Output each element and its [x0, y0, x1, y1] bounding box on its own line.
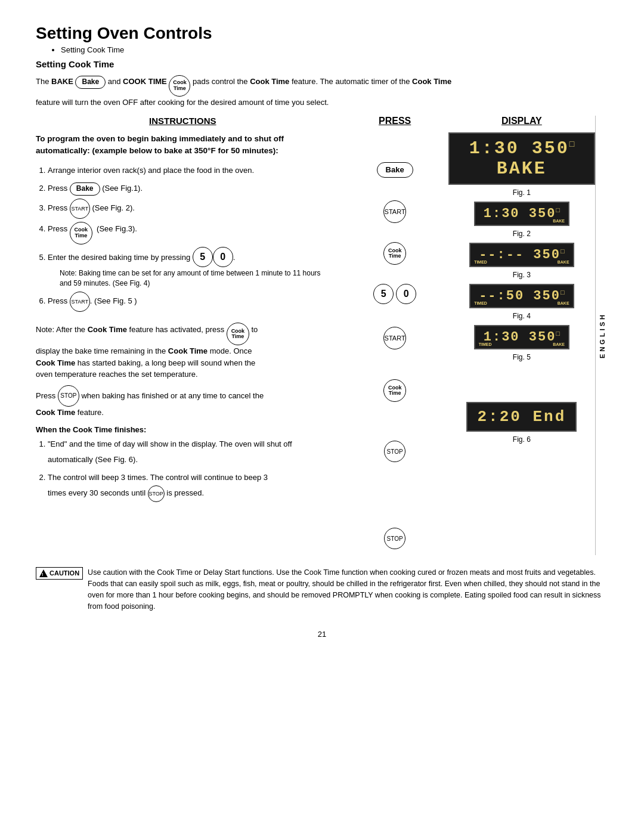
press-header: PRESS: [379, 116, 411, 126]
display-item-fig1-large: 1:30 350□ BAKE: [448, 132, 595, 186]
caution-text: Use caution with the Cook Time or Delay …: [88, 567, 608, 612]
display-item-fig5: 1:30 350□ TIMED BAKE: [474, 325, 569, 351]
bake-button-press[interactable]: Bake: [377, 162, 413, 178]
fig4-label: Fig. 4: [513, 312, 531, 320]
start-button-step6: START: [70, 292, 90, 312]
instructions-column: INSTRUCTIONS To program the oven to begi…: [36, 116, 342, 556]
bold-instruction: To program the oven to begin baking imme…: [36, 133, 330, 157]
bake-label-fig2: BAKE: [553, 219, 565, 223]
cook-time-button-step4: CookTime: [70, 222, 92, 244]
press-row-50: 5 0: [373, 284, 416, 304]
vertical-text-english: ENGLISH: [597, 310, 608, 361]
bake-label-fig5: BAKE: [553, 342, 565, 346]
stop-button-press1[interactable]: STOP: [384, 441, 405, 462]
display-screen-fig4: --:50 350□ TIMED BAKE: [469, 284, 574, 308]
display-item-fig2: 1:30 350□ BAKE: [474, 202, 569, 227]
press-item-stop1: STOP: [384, 441, 405, 462]
steps-list: Arrange interior oven rack(s) and place …: [36, 163, 330, 312]
press-item-stop2: STOP: [384, 528, 405, 549]
step-3: Press START (See Fig. 2).: [48, 199, 330, 219]
step-4: Press CookTime (See Fig.3).: [48, 221, 330, 244]
press-item-start2: START: [383, 327, 406, 349]
para1: Note: After the Cook Time feature has ac…: [36, 323, 330, 380]
finish-item-2: The control will beep 3 times. The contr…: [48, 470, 330, 502]
num0-button: 0: [213, 247, 233, 267]
fig1-label: Fig. 1: [513, 188, 531, 197]
fig5-label: Fig. 5: [513, 353, 531, 361]
fig3-label: Fig. 3: [513, 271, 531, 279]
display-column: DISPLAY 1:30 350□ BAKE Fig. 1 1:30 350□ …: [448, 116, 595, 556]
timed-label-fig3: TIMED: [474, 260, 487, 264]
finish-item-1: "End" and the time of day will show in t…: [48, 436, 330, 467]
num0-button-press[interactable]: 0: [396, 284, 416, 304]
caution-box: CAUTION Use caution with the Cook Time o…: [36, 567, 608, 612]
page-container: Setting Oven Controls Setting Cook Time …: [36, 24, 608, 639]
caution-badge: CAUTION: [36, 567, 83, 580]
num5-button-press[interactable]: 5: [373, 284, 394, 304]
stop-button-para2: STOP: [58, 385, 79, 407]
instructions-header: INSTRUCTIONS: [36, 116, 330, 126]
press-column: PRESS Bake START CookTime 5 0: [342, 116, 448, 556]
cook-time-button-inline: CookTime: [169, 75, 190, 97]
display-screen-fig6: 2:20 End: [466, 402, 577, 432]
bake-button-step2: Bake: [70, 182, 100, 196]
press-item-50: 5 0: [373, 284, 416, 304]
cook-time-button-note: CookTime: [227, 323, 249, 345]
step-6: Press START. (See Fig. 5 ): [48, 292, 330, 312]
intro-paragraph: The BAKE Bake and COOK TIME CookTime pad…: [36, 75, 608, 109]
display-item-fig3: --:-- 350□ TIMED BAKE: [469, 243, 574, 268]
press-item-bake: Bake: [377, 162, 413, 178]
display-screen-fig5: 1:30 350□ TIMED BAKE: [474, 325, 569, 349]
display-screen-large: 1:30 350□ BAKE: [448, 132, 595, 185]
when-finishes-title: When the Cook Time finishes:: [36, 425, 330, 434]
three-col-layout: INSTRUCTIONS To program the oven to begi…: [36, 116, 608, 556]
stop-button-press2[interactable]: STOP: [384, 528, 405, 549]
step5-note: Note: Baking time can be set for any amo…: [60, 268, 330, 289]
para2: Press STOP when baking has finished or a…: [36, 385, 330, 419]
bake-label-large: BAKE: [497, 159, 547, 179]
press-item-cooktime2: CookTime: [383, 379, 406, 402]
page-title: Setting Oven Controls: [36, 24, 608, 43]
cook-time-button-press2[interactable]: CookTime: [383, 379, 406, 402]
display-screen-fig3: --:-- 350□ TIMED BAKE: [469, 243, 574, 267]
stop-button-finish: STOP: [148, 485, 165, 502]
step-2: Press Bake (See Fig.1).: [48, 181, 330, 196]
display-screen-fig2: 1:30 350□ BAKE: [474, 202, 569, 226]
bake-label-fig4: BAKE: [558, 301, 569, 305]
start-button-press1[interactable]: START: [383, 200, 406, 223]
display-item-fig6: 2:20 End: [466, 402, 577, 433]
num5-button: 5: [193, 247, 213, 267]
start-button-press2[interactable]: START: [383, 327, 406, 349]
start-button-step3: START: [70, 199, 90, 219]
timed-label-fig5: TIMED: [479, 342, 492, 346]
page-number: 21: [36, 630, 608, 639]
display-header: DISPLAY: [501, 116, 542, 126]
finish-list: "End" and the time of day will show in t…: [36, 436, 330, 502]
fig2-label: Fig. 2: [513, 230, 531, 238]
press-item-cooktime1: CookTime: [383, 242, 406, 265]
step-1: Arrange interior oven rack(s) and place …: [48, 163, 330, 178]
section-title: Setting Cook Time: [36, 59, 608, 69]
press-item-start1: START: [383, 200, 406, 223]
fig6-label: Fig. 6: [513, 435, 531, 444]
bullet-item: Setting Cook Time: [61, 45, 608, 54]
bake-label-fig3: BAKE: [558, 260, 569, 264]
step-5: Enter the desired baking time by pressin…: [48, 247, 330, 289]
display-item-fig4: --:50 350□ TIMED BAKE: [469, 284, 574, 309]
bake-button-inline: Bake: [75, 76, 106, 89]
caution-triangle-icon: [39, 569, 48, 577]
timed-label-fig4: TIMED: [474, 301, 487, 305]
cook-time-button-press1[interactable]: CookTime: [383, 242, 406, 265]
